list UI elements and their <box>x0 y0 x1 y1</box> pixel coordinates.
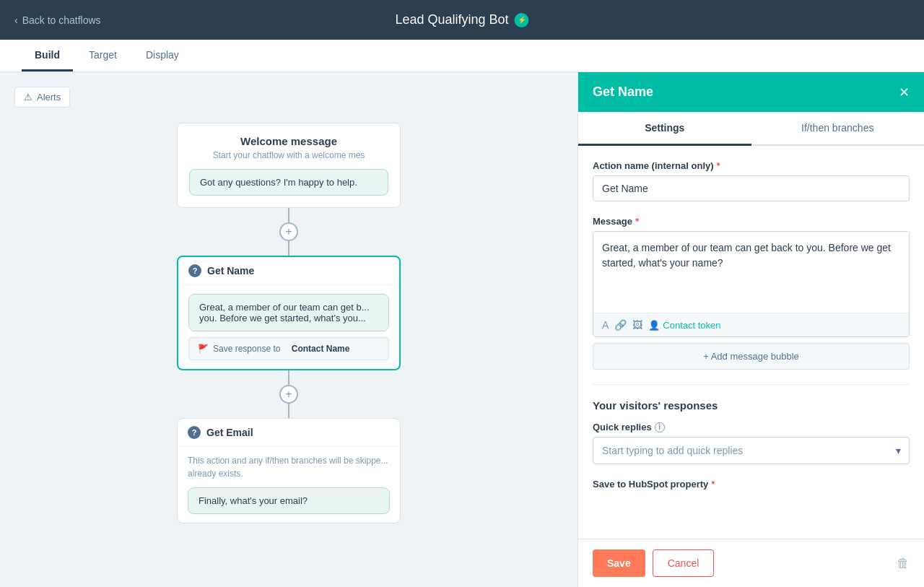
tab-display[interactable]: Display <box>133 40 192 71</box>
quick-replies-group: Quick replies i Start typing to add quic… <box>593 422 910 464</box>
save-response-row: 🚩 Save response to Contact Name <box>188 337 389 360</box>
get-email-header: ? Get Email <box>178 419 400 447</box>
get-name-icon: ? <box>188 264 201 277</box>
flag-icon: 🚩 <box>198 344 209 354</box>
get-email-dim-text: This action and any if/then branches wil… <box>178 447 400 487</box>
save-response-label: Save response to <box>213 344 280 354</box>
get-name-bubble: Great, a member of our team can get b...… <box>188 294 389 331</box>
canvas-content: Welcome message Start your chatflow with… <box>14 87 563 523</box>
toolbar-bold-icon[interactable]: A <box>602 319 609 331</box>
add-step-btn-1[interactable]: + <box>279 222 298 241</box>
main-layout: ⚠ Alerts Welcome message Start your chat… <box>0 72 924 587</box>
save-hubspot-required: * <box>711 479 715 490</box>
save-button[interactable]: Save <box>593 549 645 577</box>
toolbar-link-icon[interactable]: 🔗 <box>614 319 627 331</box>
quick-replies-select-wrapper: Start typing to add quick replies <box>593 437 910 464</box>
right-panel: Get Name ✕ Settings If/then branches Act… <box>578 72 924 587</box>
get-email-block: ? Get Email This action and any if/then … <box>177 418 401 523</box>
message-required: * <box>635 216 639 227</box>
connector-line-4 <box>288 404 289 418</box>
quick-replies-label: Quick replies i <box>593 422 910 432</box>
tab-bar: Build Target Display <box>0 40 924 72</box>
message-toolbar: A 🔗 🖼 👤 Contact token <box>593 313 909 336</box>
cancel-button[interactable]: Cancel <box>653 549 715 577</box>
visitors-responses-section: Your visitors' responses Quick replies i… <box>593 399 910 490</box>
welcome-block-title: Welcome message <box>189 135 388 147</box>
connector-2: + <box>279 370 298 418</box>
panel-header: Get Name ✕ <box>578 72 924 112</box>
tab-target[interactable]: Target <box>76 40 130 71</box>
message-editor: A 🔗 🖼 👤 Contact token <box>593 231 910 337</box>
back-to-chatflows-link[interactable]: ‹ Back to chatflows <box>14 14 101 26</box>
alerts-icon: ⚠ <box>24 92 32 103</box>
get-name-body: Great, a member of our team can get b...… <box>178 285 399 369</box>
tab-build[interactable]: Build <box>22 40 73 71</box>
panel-tabs: Settings If/then branches <box>578 112 924 146</box>
nav-title-text: Lead Qualifying Bot <box>395 12 508 27</box>
get-email-bubble: Finally, what's your email? <box>188 487 390 514</box>
visitors-responses-title: Your visitors' responses <box>593 399 910 412</box>
contact-token-button[interactable]: 👤 Contact token <box>648 320 720 331</box>
panel-footer: Save Cancel 🗑 <box>578 539 924 587</box>
toolbar-image-icon[interactable]: 🖼 <box>632 319 642 331</box>
action-name-input[interactable] <box>593 175 910 201</box>
get-email-title: Get Email <box>206 427 253 438</box>
panel-close-button[interactable]: ✕ <box>899 86 910 99</box>
panel-tab-settings[interactable]: Settings <box>578 112 751 146</box>
welcome-block: Welcome message Start your chatflow with… <box>177 123 401 208</box>
get-name-block: ? Get Name Great, a member of our team c… <box>177 256 401 370</box>
message-label: Message * <box>593 216 910 227</box>
delete-icon[interactable]: 🗑 <box>897 556 910 571</box>
divider-1 <box>593 384 910 385</box>
panel-body: Action name (internal only) * Message * … <box>578 146 924 539</box>
welcome-bubble: Got any questions? I'm happy to help. <box>189 169 388 196</box>
top-nav: ‹ Back to chatflows Lead Qualifying Bot … <box>0 0 924 40</box>
panel-tab-ifthen[interactable]: If/then branches <box>751 112 925 146</box>
get-email-icon: ? <box>188 426 201 439</box>
person-icon: 👤 <box>648 320 660 331</box>
footer-actions: Save Cancel <box>593 549 714 577</box>
save-response-target: Contact Name <box>292 344 350 354</box>
action-name-required: * <box>717 160 720 171</box>
back-chevron-icon: ‹ <box>14 14 18 26</box>
action-name-label: Action name (internal only) * <box>593 160 910 171</box>
connector-line-1 <box>288 208 289 222</box>
nav-title: Lead Qualifying Bot ⚡ <box>395 12 528 27</box>
save-hubspot-group: Save to HubSpot property * <box>593 479 910 490</box>
get-name-header: ? Get Name <box>178 257 399 285</box>
add-bubble-button[interactable]: + Add message bubble <box>593 343 910 370</box>
connector-line-3 <box>288 370 289 385</box>
back-link-label: Back to chatflows <box>22 14 101 26</box>
panel-title: Get Name <box>593 84 653 100</box>
get-name-title: Get Name <box>207 265 254 277</box>
connector-line-2 <box>288 241 289 256</box>
add-step-btn-2[interactable]: + <box>279 385 298 404</box>
action-name-group: Action name (internal only) * <box>593 160 910 201</box>
quick-replies-info-icon[interactable]: i <box>655 422 665 432</box>
connector-1: + <box>279 208 298 256</box>
canvas-area: ⚠ Alerts Welcome message Start your chat… <box>0 72 578 587</box>
welcome-block-subtitle: Start your chatflow with a welcome mes <box>189 150 388 160</box>
alerts-label: Alerts <box>37 92 61 103</box>
alerts-button[interactable]: ⚠ Alerts <box>14 87 70 108</box>
nav-status-icon: ⚡ <box>515 13 529 27</box>
message-textarea[interactable] <box>593 232 909 310</box>
quick-replies-select[interactable]: Start typing to add quick replies <box>593 437 910 464</box>
message-group: Message * A 🔗 🖼 👤 Contact token <box>593 216 910 370</box>
save-hubspot-label: Save to HubSpot property * <box>593 479 910 490</box>
